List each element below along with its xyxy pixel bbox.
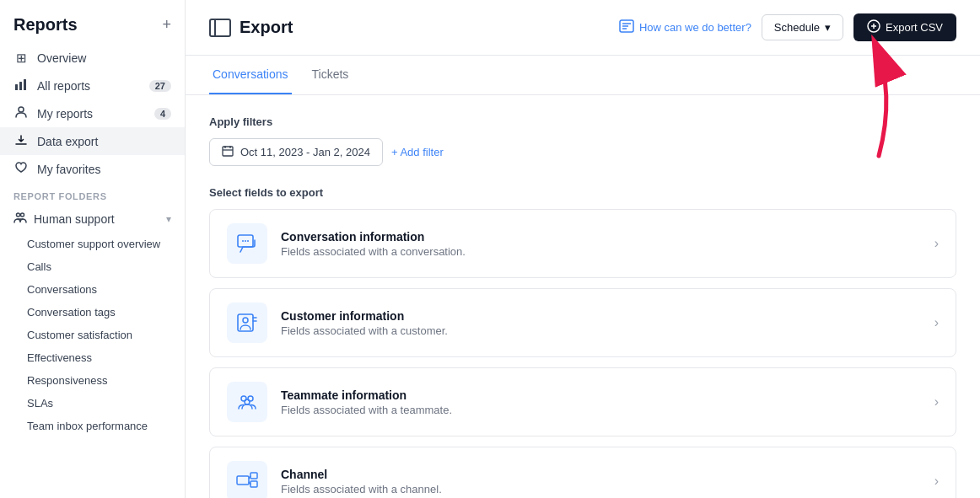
card-title: Channel bbox=[281, 468, 934, 481]
card-title: Conversation information bbox=[281, 230, 934, 244]
svg-point-3 bbox=[19, 107, 24, 112]
chevron-right-icon: › bbox=[934, 315, 939, 330]
data-export-label: Data export bbox=[37, 135, 98, 148]
all-reports-icon bbox=[13, 78, 29, 94]
sidebar: Reports + ⊞ Overview All reports 27 My r… bbox=[0, 0, 186, 498]
feedback-label: How can we do better? bbox=[639, 21, 751, 34]
my-reports-label: My reports bbox=[37, 107, 93, 120]
my-favorites-icon bbox=[13, 161, 29, 177]
svg-point-20 bbox=[242, 240, 244, 242]
sidebar-sub-conversation-tags[interactable]: Conversation tags bbox=[0, 301, 185, 324]
date-range-value: Oct 11, 2023 - Jan 2, 2024 bbox=[240, 146, 370, 158]
svg-rect-2 bbox=[24, 79, 26, 90]
export-page-icon bbox=[209, 19, 231, 37]
tab-conversations[interactable]: Conversations bbox=[209, 56, 292, 94]
data-export-icon bbox=[13, 133, 29, 149]
svg-rect-6 bbox=[210, 19, 230, 36]
svg-rect-0 bbox=[15, 84, 18, 90]
page-title: Export bbox=[209, 18, 293, 51]
report-folders-label: REPORT FOLDERS bbox=[0, 183, 185, 205]
add-report-button[interactable]: + bbox=[162, 16, 171, 34]
sidebar-item-overview[interactable]: ⊞ Overview bbox=[0, 45, 185, 72]
schedule-label: Schedule bbox=[774, 21, 820, 34]
svg-point-21 bbox=[245, 240, 246, 242]
svg-point-5 bbox=[21, 213, 24, 217]
export-csv-icon bbox=[867, 19, 880, 35]
sidebar-folder-human-support[interactable]: Human support ▾ bbox=[0, 205, 185, 233]
sidebar-sub-calls[interactable]: Calls bbox=[0, 255, 185, 278]
calendar-icon bbox=[222, 145, 234, 159]
chevron-right-icon: › bbox=[934, 394, 939, 410]
filter-bar: Oct 11, 2023 - Jan 2, 2024 + Add filter bbox=[209, 138, 956, 166]
my-reports-icon bbox=[13, 105, 29, 121]
add-filter-button[interactable]: + Add filter bbox=[391, 146, 444, 158]
apply-filters-label: Apply filters bbox=[209, 115, 956, 128]
sidebar-item-data-export[interactable]: Data export bbox=[0, 127, 185, 155]
sidebar-sub-slas[interactable]: SLAs bbox=[0, 392, 185, 415]
sidebar-item-all-reports[interactable]: All reports 27 bbox=[0, 72, 185, 99]
all-reports-badge: 27 bbox=[149, 80, 171, 92]
feedback-icon bbox=[619, 19, 634, 36]
card-customer-information[interactable]: Customer information Fields associated w… bbox=[209, 288, 956, 357]
overview-icon: ⊞ bbox=[13, 51, 29, 66]
chevron-down-icon: ▾ bbox=[166, 213, 171, 225]
sidebar-sub-customer-support[interactable]: Customer support overview bbox=[0, 233, 185, 255]
human-support-icon bbox=[13, 211, 27, 227]
sidebar-sub-customer-satisfaction[interactable]: Customer satisfaction bbox=[0, 324, 185, 346]
svg-point-29 bbox=[245, 399, 250, 404]
all-reports-label: All reports bbox=[37, 79, 90, 93]
card-conversation-information[interactable]: Conversation information Fields associat… bbox=[209, 209, 956, 278]
sidebar-sub-team-inbox[interactable]: Team inbox performance bbox=[0, 415, 185, 437]
card-title: Customer information bbox=[281, 309, 934, 323]
date-filter-button[interactable]: Oct 11, 2023 - Jan 2, 2024 bbox=[209, 138, 383, 166]
sidebar-item-my-favorites[interactable]: My favorites bbox=[0, 155, 185, 183]
main-wrapper: Export How can we do better? Sc bbox=[186, 0, 980, 498]
card-desc: Fields associated with a conversation. bbox=[281, 245, 934, 258]
svg-rect-31 bbox=[250, 473, 257, 479]
sidebar-item-my-reports[interactable]: My reports 4 bbox=[0, 99, 185, 127]
schedule-button[interactable]: Schedule ▾ bbox=[762, 14, 843, 40]
sidebar-sub-conversations[interactable]: Conversations bbox=[0, 278, 185, 301]
svg-point-24 bbox=[243, 318, 248, 323]
svg-rect-32 bbox=[250, 481, 257, 487]
main-content: Export How can we do better? Sc bbox=[186, 0, 980, 498]
card-text: Conversation information Fields associat… bbox=[281, 230, 934, 258]
chevron-right-icon: › bbox=[934, 474, 939, 489]
main-header: Export How can we do better? Sc bbox=[186, 0, 980, 56]
conversation-icon bbox=[227, 223, 267, 264]
teammate-icon bbox=[227, 382, 267, 422]
header-actions: How can we do better? Schedule ▾ Export … bbox=[619, 13, 956, 55]
card-text: Customer information Fields associated w… bbox=[281, 309, 934, 337]
card-teammate-information[interactable]: Teammate information Fields associated w… bbox=[209, 367, 956, 436]
export-csv-button[interactable]: Export CSV bbox=[853, 13, 956, 41]
human-support-label: Human support bbox=[34, 212, 115, 226]
content-area: Apply filters Oct 11, 2023 - Jan 2, 2024 bbox=[186, 95, 980, 498]
card-text: Channel Fields associated with a channel… bbox=[281, 468, 934, 495]
sidebar-header: Reports + bbox=[0, 10, 185, 45]
svg-rect-15 bbox=[223, 147, 233, 156]
my-favorites-label: My favorites bbox=[37, 163, 100, 176]
my-reports-badge: 4 bbox=[154, 108, 171, 120]
sidebar-sub-responsiveness[interactable]: Responsiveness bbox=[0, 369, 185, 392]
tab-tickets[interactable]: Tickets bbox=[309, 56, 353, 94]
channel-icon bbox=[227, 461, 267, 498]
card-desc: Fields associated with a customer. bbox=[281, 324, 934, 337]
card-channel[interactable]: Channel Fields associated with a channel… bbox=[209, 447, 956, 498]
svg-point-4 bbox=[17, 213, 20, 217]
card-text: Teammate information Fields associated w… bbox=[281, 388, 934, 416]
svg-rect-30 bbox=[237, 476, 249, 485]
svg-rect-1 bbox=[19, 82, 22, 90]
schedule-chevron-icon: ▾ bbox=[825, 21, 831, 34]
add-filter-label: + Add filter bbox=[391, 146, 444, 158]
overview-label: Overview bbox=[37, 51, 86, 65]
feedback-link[interactable]: How can we do better? bbox=[619, 19, 751, 36]
export-csv-label: Export CSV bbox=[886, 21, 943, 34]
chevron-right-icon: › bbox=[934, 236, 939, 251]
card-title: Teammate information bbox=[281, 388, 934, 402]
customer-icon bbox=[227, 303, 267, 343]
select-fields-label: Select fields to export bbox=[209, 186, 956, 199]
tab-bar: Conversations Tickets bbox=[186, 56, 980, 95]
sidebar-sub-effectiveness[interactable]: Effectiveness bbox=[0, 346, 185, 369]
svg-point-22 bbox=[247, 240, 249, 242]
card-desc: Fields associated with a teammate. bbox=[281, 404, 934, 416]
